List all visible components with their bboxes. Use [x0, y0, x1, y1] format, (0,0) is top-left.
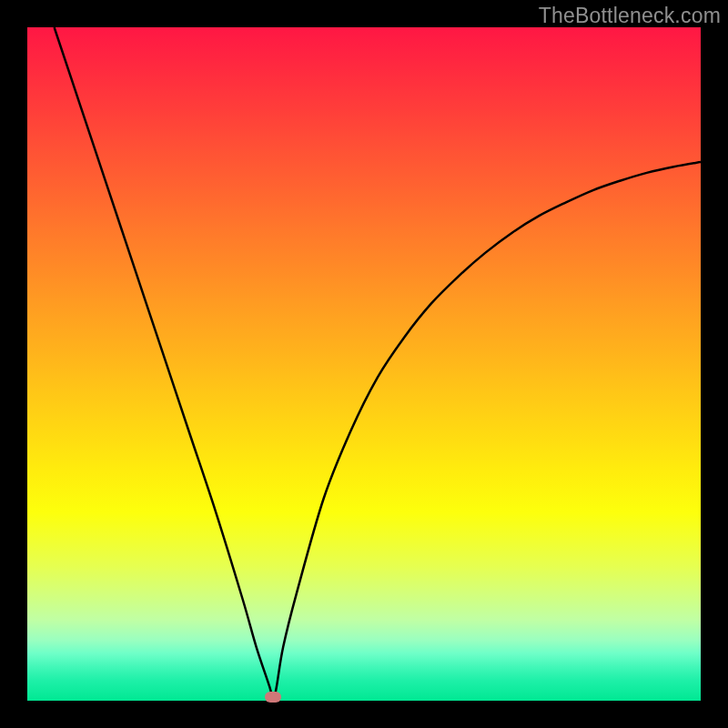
optimal-point-marker — [265, 692, 281, 703]
chart-frame: TheBottleneck.com — [0, 0, 728, 728]
curve-svg — [27, 27, 701, 701]
plot-area — [27, 27, 701, 701]
watermark-text: TheBottleneck.com — [539, 4, 721, 28]
bottleneck-curve — [55, 27, 701, 701]
